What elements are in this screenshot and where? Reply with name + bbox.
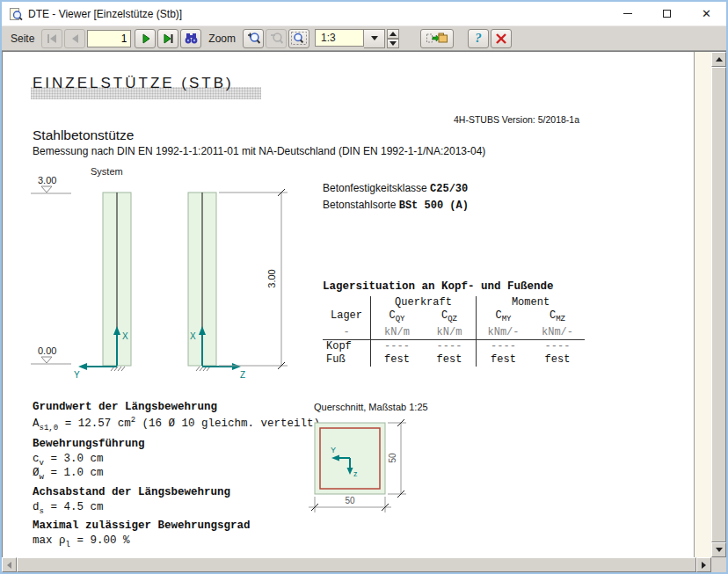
group-moment: Moment — [476, 296, 585, 309]
cross-section-diagram: Y z 50 50 — [307, 414, 417, 520]
axis-distance-heading: Achsabstand der Längsbewehrung — [33, 486, 230, 498]
axis-z-label: Z — [240, 370, 245, 380]
zoom-window-button[interactable] — [288, 29, 309, 48]
horizontal-scrollbar[interactable] — [2, 557, 711, 572]
group-querkraft: Querkraft — [370, 296, 476, 309]
find-button[interactable] — [180, 29, 201, 48]
section-axis-z-label: z — [353, 469, 358, 478]
guidance-line-dw: Øw = 1.0 cm — [33, 467, 103, 482]
document-page: EINZELSTÜTZE (STB) 4H-STUBS Version: 5/2… — [3, 52, 695, 557]
chevron-down-icon — [371, 36, 378, 40]
window-title: DTE - Viewer [Einzelstütze (Stb)] — [28, 8, 608, 20]
previous-page-icon — [69, 33, 81, 44]
col-cqy: CQY — [370, 309, 423, 326]
report-title: Stahlbetonstütze — [33, 127, 134, 143]
zoom-scale-value[interactable]: 1:3 — [315, 29, 364, 47]
scrollbar-corner — [711, 557, 726, 572]
steel-grade-line: Betonstahlsorte BSt 500 (A) — [323, 197, 469, 214]
bottom-bar — [2, 557, 726, 572]
next-page-icon — [140, 33, 151, 44]
scroll-right-button[interactable] — [696, 557, 711, 572]
max-ratio-line: max ρl = 9.00 % — [33, 534, 129, 549]
report-subtitle: Bemessung nach DIN EN 1992-1-1:2011-01 m… — [33, 145, 485, 157]
first-page-button[interactable] — [41, 29, 62, 48]
zoom-spin-up-button[interactable] — [387, 29, 399, 39]
scroll-up-button[interactable] — [711, 52, 726, 67]
app-magnifier-icon — [9, 7, 23, 21]
axis-distance-line: ds = 4.5 cm — [33, 501, 103, 516]
section-width-dim: 50 — [345, 496, 355, 505]
axis-z-arrow-icon — [232, 363, 241, 370]
scroll-left-button[interactable] — [2, 557, 17, 572]
app-window: DTE - Viewer [Einzelstütze (Stb)] ✕ Seit… — [0, 0, 728, 574]
vertical-scroll-thumb[interactable] — [711, 67, 726, 542]
guidance-heading: Bewehrungsführung — [33, 438, 145, 450]
maximize-button[interactable] — [647, 2, 687, 25]
steel-grade-value: BSt 500 (A) — [399, 200, 469, 212]
col-cqz: CQZ — [423, 309, 476, 326]
last-page-icon — [162, 33, 175, 44]
page-number-input[interactable] — [87, 30, 131, 47]
level-bottom-marker-icon — [41, 357, 52, 363]
previous-page-button[interactable] — [64, 29, 85, 48]
scroll-up-icon — [716, 57, 723, 62]
concrete-class-value: C25/30 — [430, 183, 468, 195]
zoom-scale-dropdown[interactable]: 1:3 — [315, 29, 385, 48]
vertical-scrollbar[interactable] — [711, 52, 726, 557]
help-icon: ? — [475, 31, 482, 46]
cross-section-label: Querschnitt, Maßstab 1:25 — [314, 402, 428, 412]
table-row-fuss: Fuß fest fest fest fest — [323, 353, 585, 367]
guidance-line-cv: cv = 3.0 cm — [33, 453, 103, 468]
spin-up-icon — [389, 32, 397, 36]
height-dimension-label: 3.00 — [266, 269, 277, 287]
zoom-scale-dropdown-button[interactable] — [364, 29, 385, 48]
concrete-class-line: Betonfestigkeitsklasse C25/30 — [323, 180, 469, 197]
next-page-button[interactable] — [135, 29, 156, 48]
minimize-icon — [623, 13, 632, 14]
last-page-button[interactable] — [157, 29, 178, 48]
zoom-label: Zoom — [208, 33, 236, 45]
bearing-table: Querkraft Moment Lager CQY CQZ CMY CMZ -… — [323, 296, 585, 367]
reinforcement-heading: Grundwert der Längsbewehrung — [33, 401, 217, 413]
level-top-marker-icon — [41, 186, 52, 193]
close-icon: ✕ — [702, 8, 711, 19]
bearing-table-title: Lagersituation an Kopf- und Fußende — [323, 280, 554, 293]
col-lager: Lager — [323, 309, 370, 326]
close-viewer-button[interactable] — [491, 29, 512, 48]
zoom-spinner — [387, 29, 399, 48]
section-height-dim: 50 — [388, 453, 397, 463]
axis-y-arrow-icon — [78, 363, 87, 370]
title-bar[interactable]: DTE - Viewer [Einzelstütze (Stb)] ✕ — [2, 2, 726, 26]
axis-x-label: X — [122, 331, 128, 341]
scroll-down-icon — [716, 548, 723, 552]
zoom-window-icon — [291, 32, 307, 45]
scroll-down-button[interactable] — [711, 542, 726, 557]
scroll-right-icon — [702, 562, 706, 569]
section-axis-y-label: Y — [331, 446, 336, 454]
table-units-row: - kN/m kN/m kNm/- kNm/- — [323, 326, 585, 339]
export-button[interactable] — [420, 29, 454, 48]
materials-block: Betonfestigkeitsklasse C25/30 Betonstahl… — [323, 180, 469, 214]
axis-x2-label: X — [190, 331, 196, 341]
close-button[interactable]: ✕ — [687, 2, 726, 25]
toolbar: Seite Zoom — [2, 26, 726, 51]
document-viewport: EINZELSTÜTZE (STB) 4H-STUBS Version: 5/2… — [2, 52, 711, 557]
max-ratio-heading: Maximal zulässiger Bewehrungsgrad — [33, 520, 251, 532]
spin-down-icon — [389, 41, 397, 46]
close-document-icon — [495, 33, 507, 45]
table-header-row: Lager CQY CQZ CMY CMZ — [323, 309, 585, 326]
zoom-spin-down-button[interactable] — [387, 39, 399, 48]
horizontal-scroll-thumb[interactable] — [17, 557, 696, 572]
report-heading: EINZELSTÜTZE (STB) — [33, 75, 234, 92]
binoculars-icon — [184, 33, 199, 44]
zoom-out-button[interactable] — [266, 29, 287, 48]
maximize-icon — [663, 10, 671, 18]
system-diagram: 3.00 0.00 X Y — [31, 172, 303, 383]
page-label: Seite — [11, 33, 34, 45]
reinforcement-formula: As1,0 = 12.57 cm2 (16 Ø 10 gleichm. vert… — [33, 416, 320, 432]
minimize-button[interactable] — [608, 2, 647, 25]
first-page-icon — [46, 33, 59, 44]
version-text: 4H-STUBS Version: 5/2018-1a — [454, 114, 579, 125]
help-button[interactable]: ? — [468, 29, 489, 48]
zoom-in-button[interactable] — [243, 29, 264, 48]
